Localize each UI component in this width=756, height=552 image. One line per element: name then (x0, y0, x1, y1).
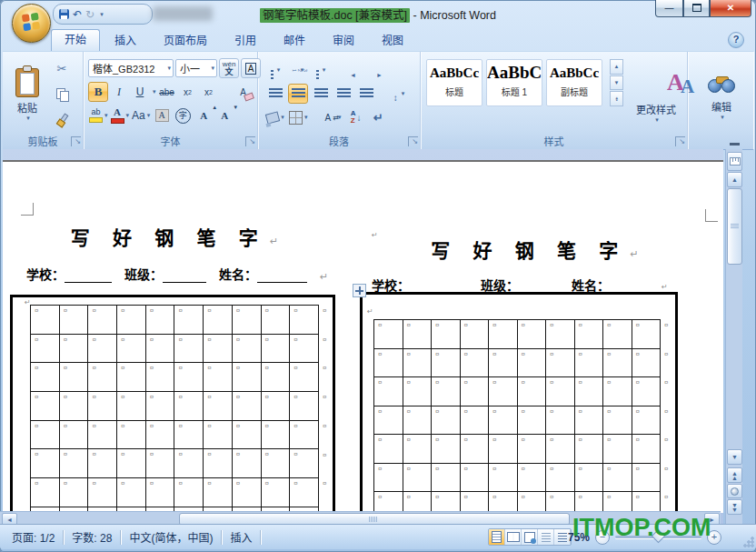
grid-cell[interactable]: ¤ (146, 363, 175, 392)
grid-cell[interactable]: ¤ (31, 478, 60, 507)
page-surface[interactable]: 写 好 钢 笔 字 ↵学校：班级：姓名：↵↵¤¤¤¤¤¤¤¤¤¤¤¤¤¤¤¤¤¤… (3, 160, 723, 513)
grid-cell[interactable]: ¤ (461, 320, 490, 349)
grid-cell[interactable]: ¤ (233, 392, 262, 421)
grid-cell[interactable]: ¤ (88, 335, 117, 364)
grid-cell[interactable]: ¤ (489, 406, 518, 436)
grid-cell[interactable]: ¤ (88, 392, 117, 421)
grid-cell[interactable]: ¤ (489, 320, 518, 349)
grid-cell[interactable]: ¤ (117, 421, 146, 450)
copy-button[interactable] (50, 83, 74, 105)
practice-grid-table[interactable]: ↵¤¤¤¤¤¤¤¤¤¤¤¤¤¤¤¤¤¤¤¤¤¤¤¤¤¤¤¤¤¤¤¤¤¤¤¤¤¤¤… (360, 292, 678, 513)
grid-cell[interactable]: ¤ (489, 492, 518, 513)
status-item[interactable]: 字数: 28 (64, 529, 120, 545)
grid-cell[interactable]: ¤ (290, 421, 319, 450)
grid-cell[interactable]: ¤ (290, 335, 319, 364)
ruler-toggle-button[interactable] (727, 152, 742, 171)
grid-cell[interactable]: ¤ (31, 392, 60, 421)
grid-cell[interactable]: ¤ (204, 478, 233, 507)
grid-cell[interactable]: ¤ (374, 406, 403, 436)
grid-cell[interactable]: ¤ (432, 464, 461, 493)
grid-cell[interactable]: ¤ (117, 335, 146, 364)
grid-cell[interactable]: ¤ (31, 306, 60, 335)
grid-cell[interactable]: ¤ (146, 335, 175, 364)
grid-cell[interactable]: ¤ (403, 406, 433, 436)
styles-dialog-launcher[interactable]: ↘ (675, 136, 685, 146)
grid-cell[interactable]: ¤ (60, 449, 89, 478)
previous-page-button[interactable]: ▲▲ (727, 467, 742, 483)
highlight-color-button[interactable]: ab▾ (88, 105, 109, 125)
grid-cell[interactable]: ¤ (603, 406, 632, 436)
grid-cell[interactable]: ¤ (60, 306, 89, 335)
align-right-button[interactable] (311, 84, 331, 104)
grid-cell[interactable]: ¤ (374, 349, 403, 378)
grid-cell[interactable]: ¤ (489, 377, 518, 406)
increase-indent-button[interactable] (366, 60, 386, 80)
grid-cell[interactable]: ¤ (117, 478, 146, 507)
office-button[interactable] (12, 4, 51, 43)
grid-cell[interactable]: ¤ (31, 449, 60, 478)
character-shading-button[interactable]: A (152, 105, 172, 125)
grid-cell[interactable]: ¤ (233, 449, 262, 478)
grid-cell[interactable]: ¤ (575, 377, 604, 406)
font-dialog-launcher[interactable]: ↘ (245, 136, 255, 146)
grid-cell[interactable]: ¤ (88, 478, 117, 507)
tab-引用[interactable]: 引用 (222, 32, 269, 51)
close-button[interactable]: ✕ (710, 0, 751, 17)
grid-cell[interactable]: ¤ (546, 406, 575, 436)
grid-cell[interactable]: ¤ (146, 421, 175, 450)
grid-cell[interactable]: ¤ (262, 363, 291, 392)
grid-cell[interactable]: ¤ (518, 377, 547, 406)
maximize-button[interactable] (683, 0, 710, 17)
grid-cell[interactable]: ¤ (603, 320, 632, 349)
asian-layout-button[interactable]: A▾ (323, 107, 343, 127)
scroll-up-button[interactable]: ▲ (727, 172, 742, 187)
change-case-button[interactable]: Aa▾ (131, 105, 151, 125)
status-item[interactable]: 页面: 1/2 (4, 529, 63, 545)
grid-cell[interactable]: ¤ (461, 435, 490, 464)
grid-cell[interactable]: ¤ (174, 335, 204, 364)
multilevel-list-button[interactable]: ▾ (311, 60, 331, 80)
grid-cell[interactable]: ¤ (432, 492, 461, 513)
underline-dropdown-icon[interactable]: ▾ (153, 88, 156, 95)
grid-cell[interactable]: ¤ (403, 492, 433, 513)
grid-cell[interactable]: ¤ (233, 306, 262, 335)
tab-开始[interactable]: 开始 (51, 29, 100, 51)
grid-cell[interactable]: ¤ (546, 464, 575, 493)
grid-cell[interactable]: ¤ (575, 320, 604, 349)
grid-cell[interactable]: ¤ (374, 377, 403, 406)
grid-cell[interactable]: ¤ (146, 449, 175, 478)
grid-cell[interactable]: ¤ (374, 435, 403, 464)
grid-cell[interactable]: ¤ (88, 449, 117, 478)
grid-cell[interactable]: ¤ (432, 320, 461, 349)
grid-cell[interactable]: ¤ (461, 406, 490, 436)
help-button[interactable]: ? (728, 32, 744, 48)
clipboard-dialog-launcher[interactable]: ↘ (71, 136, 81, 146)
status-item[interactable]: 中文(简体，中国) (121, 529, 221, 545)
paragraph-dialog-launcher[interactable]: ↘ (408, 136, 418, 146)
vertical-scrollbar[interactable]: ▲ ▼ ▲▲ ▼▼ (725, 149, 742, 525)
grid-cell[interactable]: ¤ (290, 449, 319, 478)
grid-cell[interactable]: ¤ (88, 363, 117, 392)
font-family-select[interactable]: 楷体_GB2312▾ (88, 59, 174, 77)
grid-cell[interactable]: ¤ (290, 392, 319, 421)
grid-cell[interactable]: ¤ (575, 464, 604, 493)
italic-button[interactable]: I (109, 82, 129, 102)
grid-cell[interactable]: ¤ (60, 363, 89, 392)
grid-cell[interactable]: ¤ (174, 449, 204, 478)
grid-cell[interactable]: ¤ (518, 492, 547, 513)
practice-grid-table[interactable]: ↵¤¤¤¤¤¤¤¤¤¤¤¤¤¤¤¤¤¤¤¤¤¤¤¤¤¤¤¤¤¤¤¤¤¤¤¤¤¤¤… (10, 295, 335, 513)
grid-cell[interactable]: ¤ (461, 349, 490, 378)
grid-cell[interactable]: ¤ (204, 306, 233, 335)
minimize-button[interactable]: — (655, 0, 683, 17)
grid-cell[interactable]: ¤ (117, 449, 146, 478)
numbering-button[interactable]: ▾ (288, 60, 308, 80)
grid-cell[interactable]: ¤ (575, 349, 604, 378)
grid-cell[interactable]: ¤ (233, 363, 262, 392)
grid-cell[interactable]: ¤ (233, 335, 262, 364)
grid-cell[interactable]: ¤ (204, 363, 233, 392)
grid-cell[interactable]: ¤ (31, 421, 60, 450)
grid-cell[interactable]: ¤ (518, 464, 547, 493)
grid-cell[interactable]: ¤ (632, 435, 662, 464)
grid-cell[interactable]: ¤ (518, 435, 547, 464)
borders-button[interactable]: ▾ (288, 107, 309, 127)
